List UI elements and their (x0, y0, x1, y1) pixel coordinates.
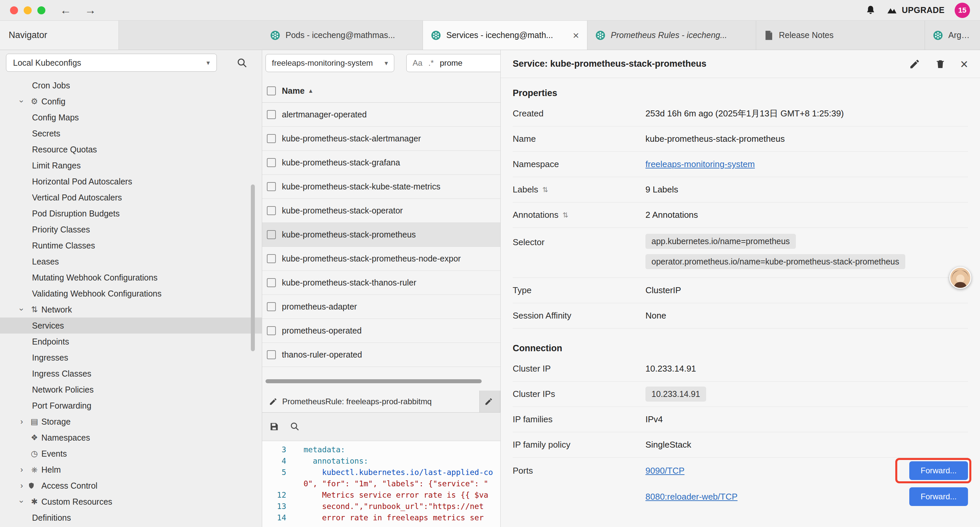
table-row[interactable]: kube-prometheus-stack-prometheus-node-ex… (262, 247, 500, 271)
tab-services[interactable]: Services - icecheng@math... × (423, 21, 587, 50)
row-checkbox[interactable] (267, 350, 276, 359)
close-icon[interactable]: × (960, 57, 968, 71)
sidebar-item-priority-classes[interactable]: Priority Classes (0, 221, 262, 237)
sidebar-item-custom-resources[interactable]: › ✱ Custom Resources (0, 494, 262, 509)
table-row[interactable]: prometheus-operated (262, 319, 500, 343)
tab-prometheus-rules[interactable]: Prometheus Rules - icecheng... (587, 21, 756, 50)
search-icon[interactable] (290, 421, 300, 432)
row-checkbox[interactable] (267, 206, 276, 215)
edit-icon[interactable] (909, 58, 920, 70)
row-checkbox[interactable] (267, 302, 276, 311)
sidebar-item-ingresses[interactable]: Ingresses (0, 350, 262, 366)
table-row-selected[interactable]: kube-prometheus-stack-prometheus (262, 223, 500, 247)
sidebar-item-config[interactable]: › ⚙ Config (0, 93, 262, 110)
row-checkbox[interactable] (267, 158, 276, 167)
sidebar-item-ingress-classes[interactable]: Ingress Classes (0, 366, 262, 382)
user-avatar[interactable] (949, 267, 971, 289)
sidebar-item-resource-quotas[interactable]: Resource Quotas (0, 142, 262, 158)
row-checkbox[interactable] (267, 110, 276, 119)
sidebar-item-network[interactable]: › ⇅ Network (0, 301, 262, 318)
expand-sort-icon[interactable]: ⇅ (562, 211, 568, 219)
kubeconfig-selector[interactable]: Local Kubeconfigs ▾ (6, 54, 217, 72)
sidebar-item-port-forwarding[interactable]: Port Forwarding (0, 398, 262, 414)
trash-icon[interactable] (935, 58, 946, 70)
sidebar-item-endpoints[interactable]: Endpoints (0, 334, 262, 350)
dock-tab-prometheusrule[interactable]: PrometheusRule: freeleaps-prod-rabbitmq (262, 390, 480, 412)
close-window-button[interactable] (10, 6, 18, 14)
sidebar-item-limit-ranges[interactable]: Limit Ranges (0, 158, 262, 174)
row-checkbox[interactable] (267, 254, 276, 263)
table-row[interactable]: alertmanager-operated (262, 103, 500, 127)
notification-badge[interactable]: 15 (955, 3, 970, 18)
row-checkbox[interactable] (267, 182, 276, 191)
bell-icon[interactable] (865, 5, 876, 16)
sidebar-item-helm[interactable]: › ⎈ Helm (0, 462, 262, 478)
sidebar-item-config-maps[interactable]: Config Maps (0, 110, 262, 126)
chevron-down-icon[interactable]: › (17, 96, 26, 107)
sidebar-item-events[interactable]: › ◷ Events (0, 446, 262, 462)
chevron-right-icon[interactable]: › (16, 465, 27, 474)
sidebar-item-vertical-pod-autoscalers[interactable]: Vertical Pod Autoscalers (0, 189, 262, 205)
forward-button[interactable]: → (85, 4, 96, 17)
expand-sort-icon[interactable]: ⇅ (542, 186, 548, 194)
row-checkbox[interactable] (267, 134, 276, 143)
chevron-right-icon[interactable]: › (16, 481, 27, 490)
sidebar-item-validating-webhook-configurations[interactable]: Validating Webhook Configurations (0, 285, 262, 301)
helm-icon: ⎈ (27, 465, 41, 474)
sidebar-item-runtime-classes[interactable]: Runtime Classes (0, 237, 262, 253)
yaml-editor[interactable]: 3metadata: 4 annotations: 5 kubectl.kube… (262, 441, 500, 527)
table-row[interactable]: prometheus-adapter (262, 295, 500, 319)
dock-tab-next[interactable] (480, 390, 500, 412)
search-icon[interactable] (236, 57, 248, 69)
sidebar-item-mutating-webhook-configurations[interactable]: Mutating Webhook Configurations (0, 269, 262, 285)
table-row[interactable]: thanos-ruler-operated (262, 343, 500, 367)
sidebar-scrollbar[interactable] (251, 185, 255, 351)
sidebar-item-secrets[interactable]: Secrets (0, 126, 262, 142)
sidebar-item-services[interactable]: Services (0, 318, 262, 334)
port-link-9090[interactable]: 9090/TCP (646, 466, 684, 476)
name-column-header[interactable]: Name (282, 86, 305, 96)
upgrade-button[interactable]: UPGRADE (886, 5, 945, 16)
save-icon[interactable] (269, 421, 280, 432)
row-checkbox[interactable] (267, 230, 276, 239)
forward-button[interactable]: Forward... (909, 461, 968, 480)
port-link-8080[interactable]: 8080:reloader-web/TCP (646, 492, 738, 502)
navigator-header[interactable]: Navigator (0, 21, 119, 50)
sidebar-item-leases[interactable]: Leases (0, 253, 262, 269)
tab-argo[interactable]: Argo S (925, 21, 980, 50)
table-row[interactable]: kube-prometheus-stack-thanos-ruler (262, 271, 500, 295)
tab-pods[interactable]: Pods - icecheng@mathmas... (262, 21, 423, 50)
row-checkbox[interactable] (267, 278, 276, 287)
forward-button-wrap: Forward... (909, 487, 968, 506)
sidebar-item-pod-disruption-budgets[interactable]: Pod Disruption Budgets (0, 205, 262, 221)
sidebar-item-horizontal-pod-autoscalers[interactable]: Horizontal Pod Autoscalers (0, 174, 262, 189)
maximize-window-button[interactable] (37, 6, 45, 14)
regex-toggle[interactable]: .* (428, 58, 434, 68)
back-button[interactable]: ← (60, 4, 72, 17)
minimize-window-button[interactable] (24, 6, 32, 14)
table-row[interactable]: kube-prometheus-stack-grafana (262, 151, 500, 175)
search-input[interactable]: Aa .* prome (406, 54, 500, 72)
table-row[interactable]: kube-prometheus-stack-kube-state-metrics (262, 175, 500, 199)
namespace-filter-select[interactable]: freeleaps-monitoring-system ▾ (266, 54, 394, 72)
select-all-checkbox[interactable] (267, 86, 276, 96)
namespace-link[interactable]: freeleaps-monitoring-system (646, 159, 755, 169)
sidebar-item-namespaces[interactable]: › ❖ Namespaces (0, 430, 262, 446)
sidebar-item-definitions[interactable]: Definitions (0, 509, 262, 525)
horizontal-scrollbar[interactable] (266, 379, 482, 383)
tab-release-notes[interactable]: Release Notes (756, 21, 925, 50)
row-checkbox[interactable] (267, 326, 276, 335)
forward-button[interactable]: Forward... (909, 487, 968, 506)
table-row[interactable]: kube-prometheus-stack-operator (262, 199, 500, 223)
sidebar-item-cron-jobs[interactable]: Cron Jobs (0, 77, 262, 93)
table-row[interactable]: kube-prometheus-stack-alertmanager (262, 127, 500, 151)
sidebar-item-access-control[interactable]: › Access Control (0, 478, 262, 494)
sidebar-item-storage[interactable]: › ▤ Storage (0, 414, 262, 430)
close-tab-icon[interactable]: × (573, 30, 579, 41)
chevron-down-icon[interactable]: › (17, 496, 26, 507)
chevron-right-icon[interactable]: › (16, 417, 27, 426)
chevron-down-icon[interactable]: › (17, 304, 26, 315)
cluster-icon (431, 30, 441, 40)
sidebar-item-network-policies[interactable]: Network Policies (0, 382, 262, 398)
match-case-toggle[interactable]: Aa (413, 58, 422, 68)
